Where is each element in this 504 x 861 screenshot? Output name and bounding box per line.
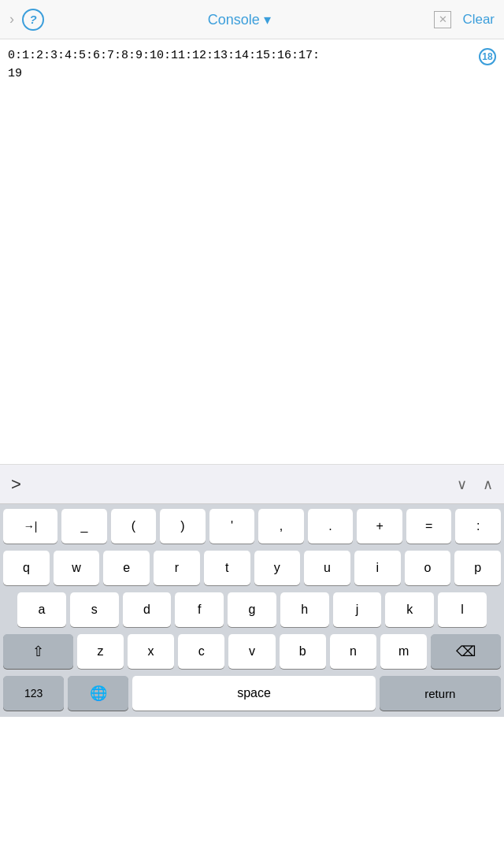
key-row-3: ⇧ z x c v b n m ⌫ xyxy=(0,629,504,671)
key-row-1: q w e r t y u i o p xyxy=(0,546,504,588)
chevron-right-icon[interactable]: › xyxy=(9,11,14,28)
close-button[interactable]: ✕ xyxy=(434,11,451,28)
period-key[interactable]: . xyxy=(308,509,354,544)
key-u[interactable]: u xyxy=(304,551,350,585)
globe-key[interactable]: 🌐 xyxy=(68,676,128,711)
key-b[interactable]: b xyxy=(280,634,326,669)
delete-key[interactable]: ⌫ xyxy=(431,634,501,669)
key-n[interactable]: n xyxy=(330,634,376,669)
bottom-key-row: 123 🌐 space return xyxy=(0,671,504,717)
equals-key[interactable]: = xyxy=(406,509,452,544)
plus-key[interactable]: + xyxy=(357,509,402,544)
key-f[interactable]: f xyxy=(175,592,224,627)
key-y[interactable]: y xyxy=(254,551,301,585)
key-z[interactable]: z xyxy=(77,634,124,669)
input-bar-controls: ∨ ∧ xyxy=(457,476,493,493)
chevron-up-icon[interactable]: ∧ xyxy=(483,476,493,493)
key-i[interactable]: i xyxy=(354,551,401,585)
toolbar: › ? Console ▾ ✕ Clear xyxy=(0,0,504,39)
shift-key[interactable]: ⇧ xyxy=(3,634,73,669)
space-key[interactable]: space xyxy=(132,676,376,711)
special-key-row: →| _ ( ) ' , . + = : xyxy=(0,504,504,546)
console-line-1: 0:1:2:3:4:5:6:7:8:9:10:11:12:13:14:15:16… xyxy=(8,47,496,65)
quote-key[interactable]: ' xyxy=(209,509,255,544)
input-bar: > ∨ ∧ xyxy=(0,465,504,504)
key-g[interactable]: g xyxy=(228,592,276,627)
key-x[interactable]: x xyxy=(128,634,174,669)
console-badge: 18 xyxy=(479,48,496,65)
chevron-down-icon[interactable]: ∨ xyxy=(457,476,467,493)
toolbar-right: ✕ Clear xyxy=(434,11,495,28)
key-a[interactable]: a xyxy=(17,592,66,627)
colon-key[interactable]: : xyxy=(455,509,501,544)
clear-button[interactable]: Clear xyxy=(462,12,495,28)
key-w[interactable]: w xyxy=(54,551,100,585)
console-output: 0:1:2:3:4:5:6:7:8:9:10:11:12:13:14:15:16… xyxy=(0,39,504,465)
key-p[interactable]: p xyxy=(454,551,501,585)
key-o[interactable]: o xyxy=(405,551,451,585)
key-m[interactable]: m xyxy=(380,634,427,669)
key-k[interactable]: k xyxy=(385,592,434,627)
console-input[interactable] xyxy=(31,477,457,492)
numbers-key[interactable]: 123 xyxy=(3,676,64,711)
keyboard: →| _ ( ) ' , . + = : q w e r t y u i o p… xyxy=(0,504,504,717)
key-t[interactable]: t xyxy=(204,551,250,585)
console-line-2: 19 xyxy=(8,65,496,84)
key-e[interactable]: e xyxy=(103,551,150,585)
console-text-2: 19 xyxy=(8,65,496,84)
key-row-2: a s d f g h j k l xyxy=(0,588,504,629)
underscore-key[interactable]: _ xyxy=(61,509,107,544)
key-l[interactable]: l xyxy=(438,592,487,627)
comma-key[interactable]: , xyxy=(258,509,304,544)
key-j[interactable]: j xyxy=(333,592,382,627)
key-d[interactable]: d xyxy=(123,592,172,627)
tab-key[interactable]: →| xyxy=(3,509,57,544)
key-s[interactable]: s xyxy=(70,592,119,627)
key-v[interactable]: v xyxy=(228,634,275,669)
toolbar-left: › ? xyxy=(9,9,44,31)
key-r[interactable]: r xyxy=(154,551,200,585)
help-label: ? xyxy=(29,13,36,26)
close-icon: ✕ xyxy=(439,13,447,25)
close-paren-key[interactable]: ) xyxy=(160,509,206,544)
console-text-1: 0:1:2:3:4:5:6:7:8:9:10:11:12:13:14:15:16… xyxy=(8,47,477,65)
open-paren-key[interactable]: ( xyxy=(111,509,157,544)
key-c[interactable]: c xyxy=(178,634,224,669)
input-prompt: > xyxy=(11,474,21,495)
key-q[interactable]: q xyxy=(3,551,50,585)
key-h[interactable]: h xyxy=(280,592,329,627)
help-button[interactable]: ? xyxy=(22,9,44,31)
console-title[interactable]: Console ▾ xyxy=(44,11,434,28)
return-key[interactable]: return xyxy=(380,676,501,711)
